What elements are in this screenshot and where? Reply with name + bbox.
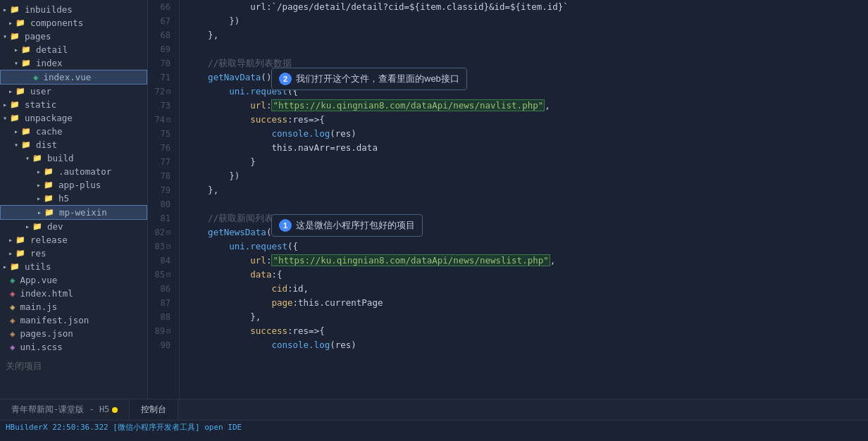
tree-item-build[interactable]: ▾📁build bbox=[0, 151, 147, 165]
tab-dot bbox=[112, 407, 118, 413]
tree-item-app-plus[interactable]: ▸📁app-plus bbox=[0, 178, 147, 192]
tree-item-unpackage[interactable]: ▾📁unpackage bbox=[0, 111, 147, 125]
file-icon-json: ◈ bbox=[10, 315, 16, 325]
code-line bbox=[187, 42, 868, 56]
chevron-icon: ▸ bbox=[34, 194, 44, 202]
tree-label: res bbox=[30, 248, 46, 259]
tree-item-dist[interactable]: ▾📁dist bbox=[0, 138, 147, 151]
bottom-tab[interactable]: 控制台 bbox=[130, 399, 178, 420]
tree-item-h5[interactable]: ▸📁h5 bbox=[0, 192, 147, 205]
code-line: url:"https://ku.qingnian8.com/dataApi/ne… bbox=[187, 254, 868, 268]
tree-label: inbuildes bbox=[25, 4, 73, 15]
folder-icon: 📁 bbox=[21, 45, 31, 54]
chevron-icon: ▸ bbox=[6, 236, 16, 244]
tree-item-manifest.json[interactable]: ◈manifest.json bbox=[0, 313, 147, 327]
tree-item-cache[interactable]: ▸📁cache bbox=[0, 125, 147, 138]
tree-label: components bbox=[30, 18, 83, 28]
code-container: 6667686970717273747576777879808182838485… bbox=[148, 0, 868, 399]
folder-icon: 📁 bbox=[16, 249, 25, 258]
line-number: 70 bbox=[154, 56, 173, 70]
tree-label: pages bbox=[25, 31, 51, 42]
folder-icon: 📁 bbox=[44, 208, 54, 217]
line-number: 79 bbox=[154, 183, 173, 197]
tooltip-badge-2: 2 bbox=[279, 73, 292, 85]
line-number: 83 bbox=[154, 240, 173, 254]
tree-item-release[interactable]: ▸📁release bbox=[0, 233, 147, 247]
tree-label: cache bbox=[36, 126, 63, 137]
line-number: 73 bbox=[154, 99, 173, 113]
tree-label: .automator bbox=[58, 166, 111, 177]
tree-item-uni.scss[interactable]: ◈uni.scss bbox=[0, 340, 147, 354]
sidebar: ▸📁inbuildes▸📁components▾📁pages▸📁detail▾📁… bbox=[0, 0, 148, 399]
line-number: 89 bbox=[154, 324, 173, 338]
bottom-tab[interactable]: 青年帮新闻-课堂版 - H5 bbox=[0, 399, 130, 420]
code-line: url:`/pages/detail/detail?cid=${item.cla… bbox=[187, 0, 868, 14]
tree-item-utils[interactable]: ▸📁utils bbox=[0, 260, 147, 273]
tree-item-App.vue[interactable]: ◈App.vue bbox=[0, 273, 147, 287]
tree-label: dist bbox=[36, 139, 57, 150]
tree-label: static bbox=[25, 99, 56, 110]
tree-item-index.html[interactable]: ◈index.html bbox=[0, 287, 147, 300]
line-number: 86 bbox=[154, 282, 173, 296]
tree-item-pages[interactable]: ▾📁pages bbox=[0, 30, 147, 43]
tree-item-index[interactable]: ▾📁index bbox=[0, 56, 147, 70]
tooltip-1: 1这是微信小程序打包好的项目 bbox=[271, 214, 423, 237]
tree-item-static[interactable]: ▸📁static bbox=[0, 98, 147, 111]
tree-label: index bbox=[36, 58, 63, 68]
tree-label: index.vue bbox=[44, 72, 92, 82]
chevron-icon: ▸ bbox=[6, 19, 16, 27]
chevron-icon: ▾ bbox=[11, 59, 21, 67]
tree-label: h5 bbox=[58, 193, 69, 204]
tree-item-inbuildes[interactable]: ▸📁inbuildes bbox=[0, 3, 147, 16]
tree-label: detail bbox=[36, 44, 68, 55]
chevron-icon: ▾ bbox=[11, 141, 21, 149]
line-number: 77 bbox=[154, 155, 173, 169]
tree-item-index.vue[interactable]: ◈index.vue bbox=[0, 70, 147, 85]
tooltip-badge-1: 1 bbox=[279, 219, 292, 232]
code-line: url:"https://ku.qingnian8.com/dataApi/ne… bbox=[187, 99, 868, 113]
close-project[interactable]: 关闭项目 bbox=[0, 359, 147, 374]
folder-icon: 📁 bbox=[44, 194, 54, 203]
tree-item-dev[interactable]: ▸📁dev bbox=[0, 220, 147, 233]
editor[interactable]: 6667686970717273747576777879808182838485… bbox=[148, 0, 868, 399]
tree-item-components[interactable]: ▸📁components bbox=[0, 16, 147, 30]
tooltip-2: 2我们打开这个文件，查看里面的web接口 bbox=[271, 68, 467, 90]
tree-label: dev bbox=[47, 221, 63, 232]
line-number: 82 bbox=[154, 225, 173, 240]
chevron-icon: ▸ bbox=[6, 249, 16, 257]
tree-item-main.js[interactable]: ◈main.js bbox=[0, 300, 147, 313]
tabs-row: 青年帮新闻-课堂版 - H5控制台 bbox=[0, 399, 868, 421]
line-number: 90 bbox=[154, 338, 173, 352]
tree-item-user[interactable]: ▸📁user bbox=[0, 85, 147, 98]
folder-icon: 📁 bbox=[21, 127, 31, 136]
console-text: HBuilderX 22:50:36.322 [微信小程序开发者工具] open… bbox=[6, 423, 242, 432]
tab-label: 青年帮新闻-课堂版 - H5 bbox=[11, 404, 109, 416]
tree-label: pages.json bbox=[20, 328, 73, 339]
code-line: success:res=>{ bbox=[187, 324, 868, 338]
tree-label: release bbox=[30, 235, 68, 245]
tree-label: app-plus bbox=[58, 180, 101, 190]
tab-label: 控制台 bbox=[141, 404, 166, 416]
folder-icon: 📁 bbox=[16, 235, 25, 244]
folder-icon: 📁 bbox=[10, 32, 20, 41]
code-line: success:res=>{ bbox=[187, 113, 868, 127]
line-number: 69 bbox=[154, 42, 173, 56]
tree-item-.automator[interactable]: ▸📁.automator bbox=[0, 165, 147, 178]
tree-item-res[interactable]: ▸📁res bbox=[0, 247, 147, 260]
tree-item-mp-weixin[interactable]: ▸📁mp-weixin bbox=[0, 205, 147, 220]
tree-label: unpackage bbox=[25, 113, 73, 123]
code-line: } bbox=[187, 155, 868, 169]
line-number: 67 bbox=[154, 14, 173, 28]
tree-item-detail[interactable]: ▸📁detail bbox=[0, 43, 147, 56]
line-number: 87 bbox=[154, 296, 173, 310]
line-number: 66 bbox=[154, 0, 173, 14]
chevron-icon: ▸ bbox=[11, 128, 21, 135]
folder-icon: 📁 bbox=[16, 18, 25, 27]
code-line: cid:id, bbox=[187, 282, 868, 296]
tree-label: uni.scss bbox=[20, 342, 63, 352]
code-line: }) bbox=[187, 169, 868, 183]
folder-icon: 📁 bbox=[44, 167, 54, 176]
line-numbers: 6667686970717273747576777879808182838485… bbox=[148, 0, 180, 399]
tree-item-pages.json[interactable]: ◈pages.json bbox=[0, 327, 147, 340]
tree-label: main.js bbox=[20, 302, 58, 312]
